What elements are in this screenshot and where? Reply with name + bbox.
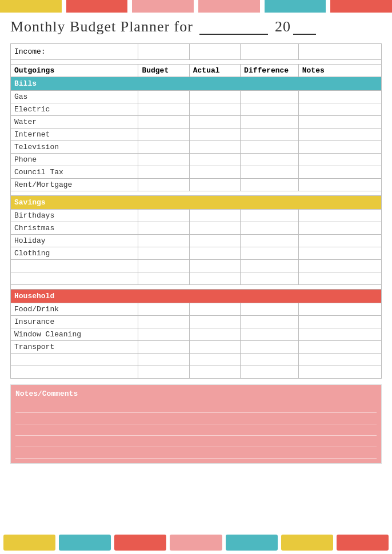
savings-christmas-actual[interactable] xyxy=(189,222,240,235)
savings-birthdays-actual[interactable] xyxy=(189,210,240,222)
bills-phone-budget[interactable] xyxy=(138,154,189,166)
bills-television-diff[interactable] xyxy=(241,141,299,154)
bills-gas-budget[interactable] xyxy=(138,91,189,103)
bills-electric-notes[interactable] xyxy=(298,103,381,116)
household-insurance-label: Insurance xyxy=(11,316,138,328)
bills-water-diff[interactable] xyxy=(241,116,299,129)
income-actual[interactable] xyxy=(189,44,240,60)
top-bar-seg-6 xyxy=(330,0,392,13)
savings-clothing-row: Clothing xyxy=(11,247,382,260)
income-budget[interactable] xyxy=(138,44,189,60)
household-transport-diff[interactable] xyxy=(241,341,299,354)
savings-christmas-diff[interactable] xyxy=(241,222,299,235)
bills-council-tax-actual[interactable] xyxy=(189,166,240,179)
bills-rent-mortgage-actual[interactable] xyxy=(189,179,240,191)
bills-television-actual[interactable] xyxy=(189,141,240,154)
household-window-cleaning-budget[interactable] xyxy=(138,328,189,341)
household-transport-budget[interactable] xyxy=(138,341,189,354)
income-notes[interactable] xyxy=(298,44,381,60)
savings-empty-row-2 xyxy=(11,272,382,285)
separator-row-1 xyxy=(11,60,382,65)
bills-council-tax-notes[interactable] xyxy=(298,166,381,179)
bills-rent-mortgage-notes[interactable] xyxy=(298,179,381,191)
bills-water-actual[interactable] xyxy=(189,116,240,129)
savings-clothing-notes[interactable] xyxy=(298,247,381,260)
household-window-cleaning-notes[interactable] xyxy=(298,328,381,341)
household-insurance-notes[interactable] xyxy=(298,316,381,328)
page-title: Monthly Budget Planner for 20 xyxy=(10,18,382,37)
household-empty-row-2 xyxy=(11,366,382,379)
savings-clothing-actual[interactable] xyxy=(189,247,240,260)
savings-birthdays-diff[interactable] xyxy=(241,210,299,222)
notes-box[interactable]: Notes/Comments xyxy=(10,384,382,464)
bills-television-budget[interactable] xyxy=(138,141,189,154)
savings-holiday-notes[interactable] xyxy=(298,235,381,247)
household-empty-row-1 xyxy=(11,354,382,366)
notes-label: Notes/Comments xyxy=(15,390,377,398)
household-food-drink-budget[interactable] xyxy=(138,303,189,316)
household-window-cleaning-row: Window Cleaning xyxy=(11,328,382,341)
bills-television-label: Television xyxy=(11,141,138,154)
bills-council-tax-budget[interactable] xyxy=(138,166,189,179)
bills-water-budget[interactable] xyxy=(138,116,189,129)
household-food-drink-row: Food/Drink xyxy=(11,303,382,316)
bills-electric-actual[interactable] xyxy=(189,103,240,116)
bills-electric-diff[interactable] xyxy=(241,103,299,116)
top-bar-seg-2 xyxy=(66,0,128,13)
household-insurance-diff[interactable] xyxy=(241,316,299,328)
bills-water-notes[interactable] xyxy=(298,116,381,129)
household-insurance-actual[interactable] xyxy=(189,316,240,328)
savings-christmas-budget[interactable] xyxy=(138,222,189,235)
income-difference[interactable] xyxy=(241,44,299,60)
bills-internet-budget[interactable] xyxy=(138,129,189,141)
budget-table: Income: Outgoings Budget Actual Differen… xyxy=(10,43,382,379)
savings-birthdays-budget[interactable] xyxy=(138,210,189,222)
household-window-cleaning-actual[interactable] xyxy=(189,328,240,341)
savings-holiday-label: Holiday xyxy=(11,235,138,247)
savings-clothing-diff[interactable] xyxy=(241,247,299,260)
savings-christmas-notes[interactable] xyxy=(298,222,381,235)
bills-phone-notes[interactable] xyxy=(298,154,381,166)
notes-line-4 xyxy=(15,436,377,447)
bills-label: Bills xyxy=(11,77,382,91)
household-transport-actual[interactable] xyxy=(189,341,240,354)
bills-gas-label: Gas xyxy=(11,91,138,103)
bills-phone-label: Phone xyxy=(11,154,138,166)
household-window-cleaning-diff[interactable] xyxy=(241,328,299,341)
household-insurance-budget[interactable] xyxy=(138,316,189,328)
savings-empty-row-1 xyxy=(11,260,382,272)
separator-row-3 xyxy=(11,285,382,290)
bills-rent-mortgage-diff[interactable] xyxy=(241,179,299,191)
bottom-bar-block-3 xyxy=(114,535,166,551)
household-transport-notes[interactable] xyxy=(298,341,381,354)
notes-line-2 xyxy=(15,413,377,424)
household-food-drink-diff[interactable] xyxy=(241,303,299,316)
savings-birthdays-notes[interactable] xyxy=(298,210,381,222)
savings-holiday-budget[interactable] xyxy=(138,235,189,247)
bills-electric-budget[interactable] xyxy=(138,103,189,116)
household-food-drink-notes[interactable] xyxy=(298,303,381,316)
savings-clothing-label: Clothing xyxy=(11,247,138,260)
bills-phone-actual[interactable] xyxy=(189,154,240,166)
top-bar-gap-5 xyxy=(326,0,330,13)
main-content: Monthly Budget Planner for 20 Income: xyxy=(0,13,392,531)
bills-gas-diff[interactable] xyxy=(241,91,299,103)
bills-gas-actual[interactable] xyxy=(189,91,240,103)
bills-internet-diff[interactable] xyxy=(241,129,299,141)
bills-electric-row: Electric xyxy=(11,103,382,116)
savings-holiday-diff[interactable] xyxy=(241,235,299,247)
bills-phone-diff[interactable] xyxy=(241,154,299,166)
savings-holiday-actual[interactable] xyxy=(189,235,240,247)
notes-section: Notes/Comments xyxy=(10,384,382,464)
bills-council-tax-diff[interactable] xyxy=(241,166,299,179)
bottom-bar-block-7 xyxy=(337,535,389,551)
bills-television-notes[interactable] xyxy=(298,141,381,154)
savings-clothing-budget[interactable] xyxy=(138,247,189,260)
savings-christmas-label: Christmas xyxy=(11,222,138,235)
bottom-color-bar xyxy=(0,531,392,554)
bills-gas-notes[interactable] xyxy=(298,91,381,103)
bills-internet-notes[interactable] xyxy=(298,129,381,141)
household-food-drink-actual[interactable] xyxy=(189,303,240,316)
bills-internet-actual[interactable] xyxy=(189,129,240,141)
bills-rent-mortgage-budget[interactable] xyxy=(138,179,189,191)
